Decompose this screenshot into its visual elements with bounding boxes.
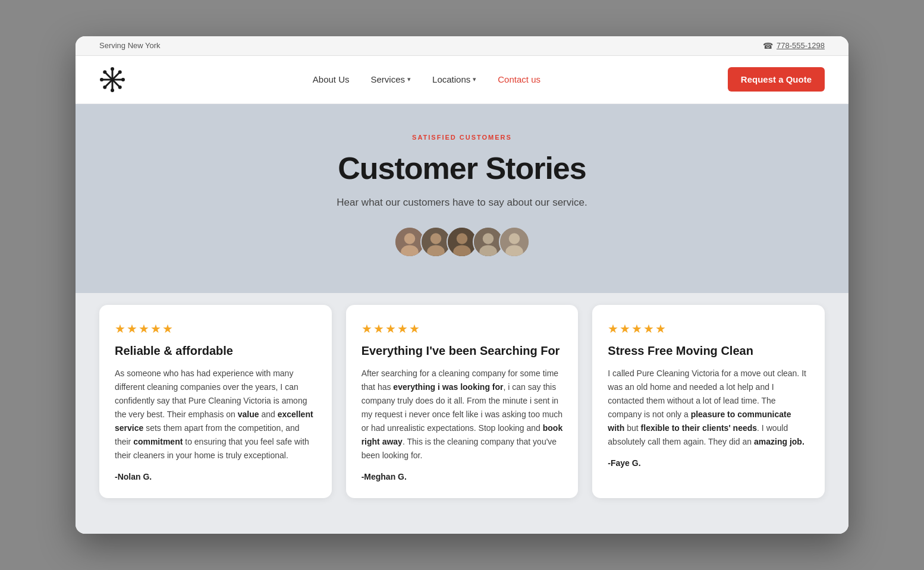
nav-locations[interactable]: Locations ▾ bbox=[432, 74, 476, 84]
services-chevron: ▾ bbox=[407, 75, 411, 83]
svg-point-6 bbox=[100, 78, 103, 81]
hero-subtitle: Hear what our customers have to say abou… bbox=[99, 197, 825, 209]
avatar-group bbox=[99, 226, 825, 257]
request-quote-button[interactable]: Request a Quote bbox=[728, 67, 825, 92]
nav-about[interactable]: About Us bbox=[313, 74, 350, 84]
review-card-3: ★★★★★ Stress Free Moving Clean I called … bbox=[592, 305, 825, 499]
svg-point-5 bbox=[111, 89, 114, 92]
stars-2: ★★★★★ bbox=[362, 322, 563, 336]
top-bar: Serving New York ☎ 778-555-1298 bbox=[76, 36, 848, 56]
review-author-1: -Nolan G. bbox=[115, 472, 316, 481]
reviews-grid: ★★★★★ Reliable & affordable As someone w… bbox=[99, 305, 825, 499]
nav-services[interactable]: Services ▾ bbox=[371, 74, 411, 84]
review-body-1: As someone who has had experience with m… bbox=[115, 367, 316, 463]
svg-point-9 bbox=[118, 85, 122, 89]
stars-1: ★★★★★ bbox=[115, 322, 316, 336]
serving-text: Serving New York bbox=[99, 41, 161, 50]
svg-point-22 bbox=[483, 233, 494, 244]
logo-icon bbox=[99, 67, 125, 93]
nav-contact[interactable]: Contact us bbox=[498, 74, 540, 84]
review-title-1: Reliable & affordable bbox=[115, 343, 316, 358]
review-title-2: Everything I've been Searching For bbox=[362, 343, 563, 358]
svg-point-25 bbox=[509, 233, 520, 244]
svg-point-4 bbox=[111, 67, 114, 71]
svg-point-19 bbox=[457, 233, 467, 244]
review-card-2: ★★★★★ Everything I've been Searching For… bbox=[346, 305, 579, 499]
review-author-3: -Faye G. bbox=[608, 458, 809, 468]
review-body-2: After searching for a cleaning company f… bbox=[362, 367, 563, 463]
main-nav: About Us Services ▾ Locations ▾ Contact … bbox=[313, 74, 540, 84]
svg-point-8 bbox=[103, 70, 106, 74]
phone-link[interactable]: 778-555-1298 bbox=[777, 41, 825, 50]
avatar-5 bbox=[499, 226, 530, 257]
browser-frame: Serving New York ☎ 778-555-1298 bbox=[76, 36, 848, 534]
hero-label: SATISFIED CUSTOMERS bbox=[99, 134, 825, 141]
hero-section: SATISFIED CUSTOMERS Customer Stories Hea… bbox=[76, 104, 848, 293]
review-card-1: ★★★★★ Reliable & affordable As someone w… bbox=[99, 305, 332, 499]
svg-point-7 bbox=[121, 78, 125, 81]
stars-3: ★★★★★ bbox=[608, 322, 809, 336]
review-author-2: -Meghan G. bbox=[362, 472, 563, 481]
header: About Us Services ▾ Locations ▾ Contact … bbox=[76, 56, 848, 104]
review-body-3: I called Pure Cleaning Victoria for a mo… bbox=[608, 367, 809, 449]
svg-point-11 bbox=[103, 85, 106, 89]
svg-point-13 bbox=[404, 233, 415, 244]
hero-title: Customer Stories bbox=[99, 150, 825, 186]
reviews-section: ★★★★★ Reliable & affordable As someone w… bbox=[76, 293, 848, 534]
logo[interactable] bbox=[99, 67, 125, 93]
review-title-3: Stress Free Moving Clean bbox=[608, 343, 809, 358]
locations-chevron: ▾ bbox=[473, 75, 476, 83]
svg-point-10 bbox=[118, 70, 122, 74]
phone-container: ☎ 778-555-1298 bbox=[763, 41, 825, 51]
svg-point-16 bbox=[430, 233, 441, 244]
phone-icon: ☎ bbox=[763, 41, 773, 51]
